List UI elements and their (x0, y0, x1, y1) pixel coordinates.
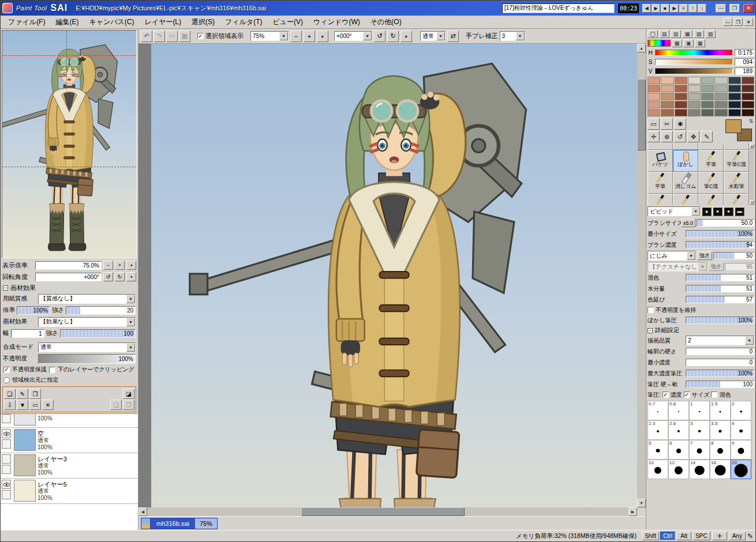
new-layer-button[interactable]: ❏ (4, 389, 16, 399)
layer-thumbnail[interactable] (14, 429, 36, 451)
color-swatch[interactable] (675, 109, 687, 116)
tip-shape-circle-button[interactable]: ● (713, 207, 723, 216)
edge-hardness-slider[interactable]: 0 (686, 348, 754, 355)
brush-size-preset[interactable]: 10 (648, 460, 668, 479)
brush-size-preset[interactable]: 12 (668, 460, 689, 479)
undo-button[interactable]: ↶ (141, 31, 152, 42)
color-swatch[interactable] (701, 109, 714, 116)
media-playlist-button[interactable]: ≡ (679, 4, 688, 13)
layer-thumbnail[interactable] (14, 454, 36, 476)
mdi-close-button[interactable]: ✕ (744, 18, 753, 26)
brush-density-slider[interactable]: 94 (686, 241, 754, 249)
navigator-zoom-out-button[interactable]: − (103, 261, 113, 270)
value-slider[interactable] (655, 68, 733, 74)
scroll-left-button[interactable] (139, 507, 147, 516)
media-volume-up-button[interactable]: ↑ (688, 4, 697, 13)
tray-scroll-up-button[interactable] (750, 144, 754, 148)
custom-palette-icon[interactable]: ▨ (705, 30, 716, 38)
nijimi-strength-slider[interactable]: 50 (713, 252, 754, 259)
chevron-down-icon[interactable] (687, 251, 695, 260)
lasso-tool[interactable]: ✂ (661, 118, 673, 130)
collapse-icon[interactable] (648, 328, 653, 333)
selection-source-radio[interactable] (3, 377, 10, 383)
brush-tool[interactable] (724, 144, 749, 150)
brush-edge-select[interactable]: ビビッド (648, 206, 701, 216)
canvas-horizontal-scrollbar[interactable] (139, 507, 646, 516)
layer-option-box[interactable] (2, 490, 11, 499)
new-linework-layer-button[interactable]: ✎ (17, 389, 28, 399)
color-swatch[interactable] (648, 85, 660, 92)
navigator-rotate-cw-button[interactable]: ↻ (115, 272, 125, 281)
menu-item[interactable]: その他(O) (365, 16, 407, 29)
chevron-down-icon[interactable] (436, 32, 445, 40)
effect-strength-slider[interactable]: 100 (60, 329, 136, 338)
layer-mask-button[interactable]: ◪ (123, 389, 134, 399)
modifier-key-button[interactable]: Ctrl (660, 532, 675, 540)
color-swatch[interactable] (688, 93, 701, 100)
advanced-settings-header[interactable]: 詳細設定 (648, 326, 754, 335)
brush-size-preset[interactable]: 9 (731, 440, 751, 460)
color-sets-icon[interactable]: ▣ (683, 39, 694, 47)
hue-value[interactable]: 0:175 (735, 49, 754, 57)
document-tab[interactable]: mh316b.sai 75% (141, 518, 218, 529)
color-swatch[interactable] (728, 93, 741, 100)
layer-row[interactable]: 通常 100% (1, 413, 138, 428)
move-tool[interactable]: ✛ (648, 131, 660, 142)
chevron-down-icon[interactable] (279, 32, 288, 40)
brush-size-preset[interactable]: 2.3 (648, 420, 668, 440)
color-swatch[interactable] (742, 77, 754, 84)
color-swatch[interactable] (675, 85, 687, 92)
navigator-rotate-reset-button[interactable]: ▪ (126, 272, 136, 281)
blend-mode-select[interactable]: 通常 (38, 342, 136, 352)
selection-grid-button[interactable]: ▦ (179, 31, 190, 42)
collapse-icon[interactable] (3, 285, 8, 291)
rect-select-tool[interactable]: ▭ (648, 118, 660, 130)
brush-tool[interactable] (673, 144, 698, 150)
canvas-angle-select[interactable]: +000° (334, 31, 372, 41)
brush-size-preset[interactable]: 7 (689, 440, 710, 460)
clear-layer-button[interactable]: ▭ (29, 400, 41, 410)
clipping-checkbox[interactable] (49, 367, 55, 373)
canvas-zoom-reset-button[interactable]: ▪ (317, 31, 328, 42)
color-swatch[interactable] (688, 101, 701, 108)
canvas-zoom-in-button[interactable]: + (304, 31, 315, 42)
swatches-panel-icon[interactable]: ▦ (682, 30, 693, 38)
color-swatch[interactable] (701, 101, 714, 108)
close-button[interactable]: ✕ (743, 4, 754, 13)
tip-shape-flat-button[interactable]: ▬ (735, 207, 744, 216)
color-swatch[interactable] (742, 93, 754, 100)
hue-bars-icon[interactable]: ▤ (659, 30, 669, 38)
pan-mode-button[interactable]: ✛ (712, 532, 727, 540)
hue-slider[interactable] (655, 50, 733, 56)
brush-size-preset[interactable]: 3 (689, 420, 710, 440)
menu-item[interactable]: ウィンドウ(W) (308, 16, 365, 29)
media-next-button[interactable]: ▶ (670, 4, 679, 13)
min-size-slider[interactable]: 100% (686, 230, 754, 238)
horizontal-scroll-thumb[interactable] (301, 507, 465, 516)
current-color-well[interactable]: ⇅ (724, 118, 754, 142)
saturation-value[interactable]: 094 (735, 58, 754, 66)
brush-size-preset[interactable]: 8 (710, 440, 731, 460)
color-swatch[interactable] (661, 85, 673, 92)
media-play-button[interactable]: ▶ (652, 4, 660, 13)
color-swatch[interactable] (728, 77, 741, 84)
color-swatch[interactable] (675, 77, 687, 84)
brush-size-preset[interactable]: 2.6 (668, 420, 689, 440)
mdi-restore-button[interactable]: ❐ (733, 18, 743, 26)
media-volume-down-button[interactable]: ↓ (698, 4, 706, 13)
chevron-down-icon[interactable] (363, 32, 372, 40)
layer-row[interactable]: 空 通常 100% (1, 428, 138, 453)
chevron-down-icon[interactable] (126, 343, 135, 352)
modifier-key-button[interactable]: Shift (642, 532, 659, 540)
color-extend-slider[interactable]: 57 (686, 296, 754, 303)
color-swatch[interactable] (728, 101, 741, 108)
brush-size-preset[interactable]: 3.5 (710, 420, 731, 440)
water-slider[interactable]: 51 (686, 285, 754, 292)
layer-thumbnail[interactable] (14, 413, 36, 426)
chevron-down-icon[interactable] (126, 295, 135, 303)
brush-size-preset[interactable]: 16 (710, 460, 731, 479)
size-unit-button[interactable]: x5.0 (681, 219, 695, 227)
texture-scale-slider[interactable]: 100% (17, 306, 50, 315)
color-swatch[interactable] (742, 101, 754, 108)
canvas-rotate-reset-button[interactable]: ▪ (401, 31, 412, 42)
